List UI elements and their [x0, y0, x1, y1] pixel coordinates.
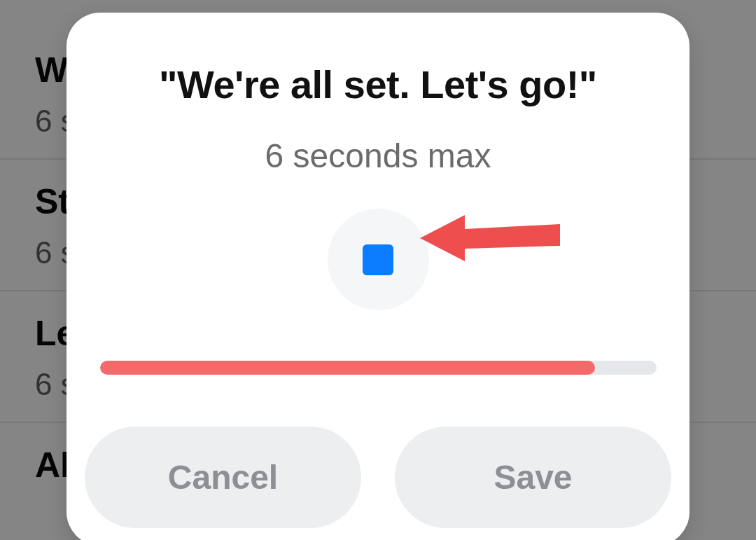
save-button[interactable]: Save [395, 427, 671, 528]
modal-title: "We're all set. Let's go!" [159, 62, 597, 107]
stop-recording-button[interactable] [328, 209, 429, 310]
recording-progress-fill [100, 361, 596, 375]
recording-modal: "We're all set. Let's go!" 6 seconds max… [66, 13, 690, 540]
recording-progress[interactable] [100, 361, 657, 375]
modal-button-row: Cancel Save [84, 427, 672, 528]
stop-icon [363, 244, 393, 275]
cancel-button[interactable]: Cancel [85, 427, 361, 528]
modal-subtitle: 6 seconds max [265, 137, 491, 175]
